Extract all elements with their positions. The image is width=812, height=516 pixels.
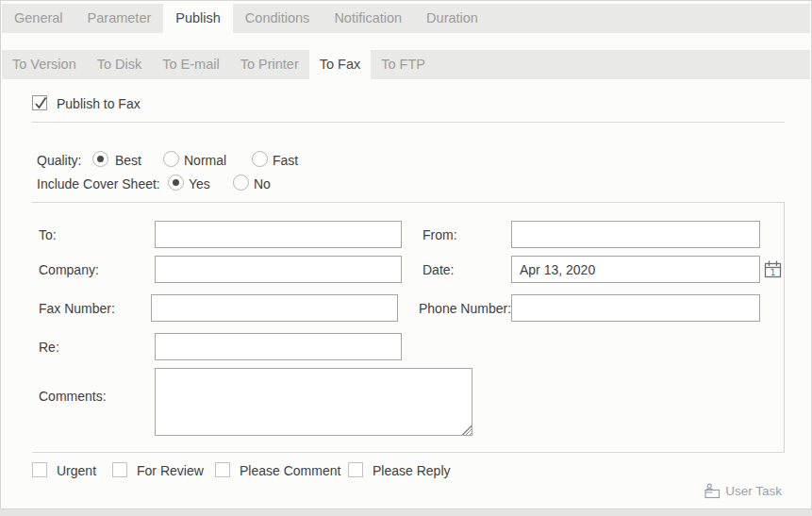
to-input[interactable] [155,221,402,248]
quality-label: Quality: [37,153,81,168]
tab-to-email[interactable]: To E-mail [152,50,229,79]
calendar-icon: 1 [764,260,782,279]
comments-label: Comments: [39,389,107,404]
publish-dialog: General Parameter Publish Conditions Not… [0,0,812,509]
please-comment-checkbox[interactable] [215,462,230,477]
checkmark-icon [33,93,48,111]
date-label: Date: [423,262,454,277]
comments-textarea[interactable] [155,368,472,436]
tab-to-disk[interactable]: To Disk [87,50,153,79]
quality-normal-label: Normal [184,153,226,168]
phone-number-label: Phone Number: [419,301,511,316]
publish-to-fax-label: Publish to Fax [57,96,141,111]
quality-fast-label: Fast [273,153,298,168]
tab-publish[interactable]: Publish [163,4,233,33]
user-task-indicator: User Task [704,483,782,499]
quality-best-radio[interactable] [92,151,108,167]
company-input[interactable] [155,256,402,283]
cover-sheet-label: Include Cover Sheet: [37,176,160,191]
cover-sheet-yes-label: Yes [189,176,210,191]
publish-to-fax-checkbox[interactable] [32,95,47,110]
user-task-label: User Task [725,484,782,498]
fax-number-input[interactable] [151,294,398,322]
urgent-label: Urgent [57,463,96,478]
to-label: To: [39,227,57,242]
tab-to-version[interactable]: To Version [2,50,87,79]
cover-sheet-no-label: No [254,176,271,191]
calendar-button[interactable]: 1 [763,260,782,279]
svg-text:1: 1 [770,268,775,277]
divider [32,202,785,203]
secondary-tabbar: To Version To Disk To E-mail To Printer … [2,50,810,79]
tab-notification[interactable]: Notification [322,4,414,33]
from-input[interactable] [511,221,760,248]
for-review-label: For Review [137,463,204,478]
primary-tabbar: General Parameter Publish Conditions Not… [2,4,810,33]
tab-general[interactable]: General [2,4,75,33]
company-label: Company: [39,262,99,277]
from-label: From: [423,227,457,242]
quality-fast-radio[interactable] [252,151,268,167]
fax-number-label: Fax Number: [39,301,115,316]
cover-sheet-yes-radio[interactable] [168,175,184,191]
tab-parameter[interactable]: Parameter [75,4,164,33]
quality-best-label: Best [115,153,141,168]
cover-sheet-no-radio[interactable] [233,175,249,191]
please-comment-label: Please Comment [240,463,340,478]
form-section-edge [784,202,785,452]
user-task-icon [704,483,721,499]
tab-to-ftp[interactable]: To FTP [371,50,436,79]
date-input[interactable] [511,256,760,283]
phone-number-input[interactable] [511,294,760,322]
tab-to-printer[interactable]: To Printer [230,50,309,79]
urgent-checkbox[interactable] [32,462,47,477]
tab-to-fax[interactable]: To Fax [309,50,372,79]
please-reply-checkbox[interactable] [348,462,363,477]
re-label: Re: [39,340,59,355]
divider [32,122,785,123]
tab-conditions[interactable]: Conditions [233,4,323,33]
for-review-checkbox[interactable] [112,462,127,477]
please-reply-label: Please Reply [373,463,451,478]
re-input[interactable] [155,333,402,360]
resize-grip-icon[interactable] [462,425,472,435]
tab-duration[interactable]: Duration [414,4,490,33]
quality-normal-radio[interactable] [163,151,179,167]
divider [32,452,785,453]
